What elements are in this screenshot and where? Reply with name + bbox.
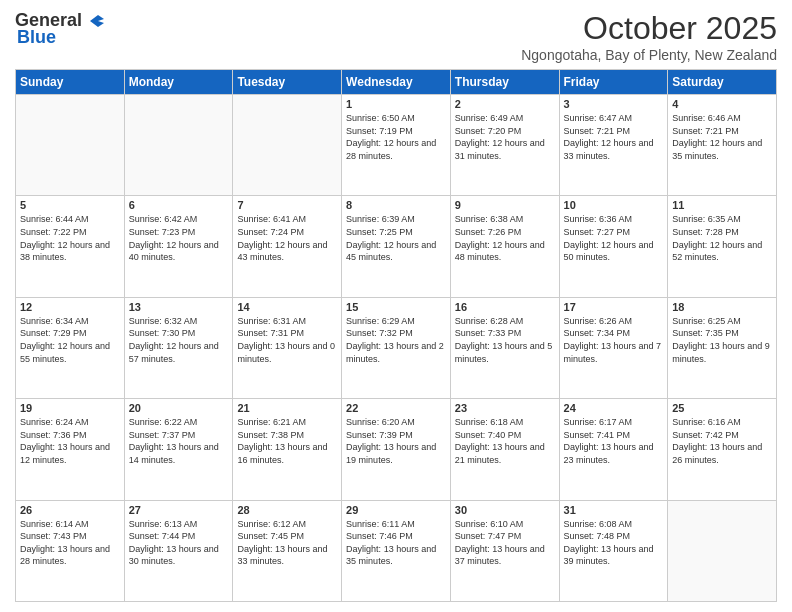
day-number: 26 xyxy=(20,504,120,516)
day-info: Sunrise: 6:38 AMSunset: 7:26 PMDaylight:… xyxy=(455,213,555,263)
day-info: Sunrise: 6:21 AMSunset: 7:38 PMDaylight:… xyxy=(237,416,337,466)
day-number: 12 xyxy=(20,301,120,313)
day-info: Sunrise: 6:47 AMSunset: 7:21 PMDaylight:… xyxy=(564,112,664,162)
day-info: Sunrise: 6:28 AMSunset: 7:33 PMDaylight:… xyxy=(455,315,555,365)
calendar-cell xyxy=(233,95,342,196)
logo-bird-icon xyxy=(84,13,106,29)
calendar-cell: 3Sunrise: 6:47 AMSunset: 7:21 PMDaylight… xyxy=(559,95,668,196)
calendar-cell: 20Sunrise: 6:22 AMSunset: 7:37 PMDayligh… xyxy=(124,399,233,500)
day-info: Sunrise: 6:32 AMSunset: 7:30 PMDaylight:… xyxy=(129,315,229,365)
day-info: Sunrise: 6:25 AMSunset: 7:35 PMDaylight:… xyxy=(672,315,772,365)
calendar-cell: 6Sunrise: 6:42 AMSunset: 7:23 PMDaylight… xyxy=(124,196,233,297)
header: General Blue October 2025 Ngongotaha, Ba… xyxy=(15,10,777,63)
calendar-cell: 10Sunrise: 6:36 AMSunset: 7:27 PMDayligh… xyxy=(559,196,668,297)
svg-marker-0 xyxy=(90,15,104,27)
calendar-cell: 11Sunrise: 6:35 AMSunset: 7:28 PMDayligh… xyxy=(668,196,777,297)
day-info: Sunrise: 6:20 AMSunset: 7:39 PMDaylight:… xyxy=(346,416,446,466)
calendar-cell: 24Sunrise: 6:17 AMSunset: 7:41 PMDayligh… xyxy=(559,399,668,500)
page: General Blue October 2025 Ngongotaha, Ba… xyxy=(0,0,792,612)
day-info: Sunrise: 6:46 AMSunset: 7:21 PMDaylight:… xyxy=(672,112,772,162)
calendar-week-row: 26Sunrise: 6:14 AMSunset: 7:43 PMDayligh… xyxy=(16,500,777,601)
day-info: Sunrise: 6:36 AMSunset: 7:27 PMDaylight:… xyxy=(564,213,664,263)
calendar-cell: 12Sunrise: 6:34 AMSunset: 7:29 PMDayligh… xyxy=(16,297,125,398)
day-info: Sunrise: 6:42 AMSunset: 7:23 PMDaylight:… xyxy=(129,213,229,263)
day-number: 17 xyxy=(564,301,664,313)
day-info: Sunrise: 6:22 AMSunset: 7:37 PMDaylight:… xyxy=(129,416,229,466)
day-number: 1 xyxy=(346,98,446,110)
calendar-cell: 28Sunrise: 6:12 AMSunset: 7:45 PMDayligh… xyxy=(233,500,342,601)
day-info: Sunrise: 6:10 AMSunset: 7:47 PMDaylight:… xyxy=(455,518,555,568)
col-header-monday: Monday xyxy=(124,70,233,95)
day-number: 23 xyxy=(455,402,555,414)
day-number: 25 xyxy=(672,402,772,414)
day-number: 18 xyxy=(672,301,772,313)
month-title: October 2025 xyxy=(521,10,777,47)
day-number: 30 xyxy=(455,504,555,516)
day-number: 28 xyxy=(237,504,337,516)
calendar-week-row: 1Sunrise: 6:50 AMSunset: 7:19 PMDaylight… xyxy=(16,95,777,196)
calendar-cell: 31Sunrise: 6:08 AMSunset: 7:48 PMDayligh… xyxy=(559,500,668,601)
day-number: 9 xyxy=(455,199,555,211)
day-info: Sunrise: 6:44 AMSunset: 7:22 PMDaylight:… xyxy=(20,213,120,263)
day-number: 29 xyxy=(346,504,446,516)
logo-blue-text: Blue xyxy=(17,27,56,48)
calendar-cell xyxy=(124,95,233,196)
calendar-header-row: SundayMondayTuesdayWednesdayThursdayFrid… xyxy=(16,70,777,95)
day-number: 14 xyxy=(237,301,337,313)
calendar-cell: 15Sunrise: 6:29 AMSunset: 7:32 PMDayligh… xyxy=(342,297,451,398)
col-header-saturday: Saturday xyxy=(668,70,777,95)
calendar-cell: 8Sunrise: 6:39 AMSunset: 7:25 PMDaylight… xyxy=(342,196,451,297)
calendar-cell: 9Sunrise: 6:38 AMSunset: 7:26 PMDaylight… xyxy=(450,196,559,297)
day-number: 16 xyxy=(455,301,555,313)
col-header-wednesday: Wednesday xyxy=(342,70,451,95)
calendar-cell: 23Sunrise: 6:18 AMSunset: 7:40 PMDayligh… xyxy=(450,399,559,500)
day-info: Sunrise: 6:39 AMSunset: 7:25 PMDaylight:… xyxy=(346,213,446,263)
calendar-cell: 29Sunrise: 6:11 AMSunset: 7:46 PMDayligh… xyxy=(342,500,451,601)
col-header-friday: Friday xyxy=(559,70,668,95)
day-number: 31 xyxy=(564,504,664,516)
col-header-sunday: Sunday xyxy=(16,70,125,95)
calendar-cell: 16Sunrise: 6:28 AMSunset: 7:33 PMDayligh… xyxy=(450,297,559,398)
day-info: Sunrise: 6:08 AMSunset: 7:48 PMDaylight:… xyxy=(564,518,664,568)
day-number: 27 xyxy=(129,504,229,516)
day-info: Sunrise: 6:17 AMSunset: 7:41 PMDaylight:… xyxy=(564,416,664,466)
day-info: Sunrise: 6:12 AMSunset: 7:45 PMDaylight:… xyxy=(237,518,337,568)
day-info: Sunrise: 6:29 AMSunset: 7:32 PMDaylight:… xyxy=(346,315,446,365)
day-number: 7 xyxy=(237,199,337,211)
day-info: Sunrise: 6:49 AMSunset: 7:20 PMDaylight:… xyxy=(455,112,555,162)
day-number: 15 xyxy=(346,301,446,313)
calendar-cell xyxy=(16,95,125,196)
day-info: Sunrise: 6:31 AMSunset: 7:31 PMDaylight:… xyxy=(237,315,337,365)
day-info: Sunrise: 6:34 AMSunset: 7:29 PMDaylight:… xyxy=(20,315,120,365)
day-info: Sunrise: 6:18 AMSunset: 7:40 PMDaylight:… xyxy=(455,416,555,466)
calendar-cell: 21Sunrise: 6:21 AMSunset: 7:38 PMDayligh… xyxy=(233,399,342,500)
day-number: 3 xyxy=(564,98,664,110)
calendar-cell: 14Sunrise: 6:31 AMSunset: 7:31 PMDayligh… xyxy=(233,297,342,398)
day-number: 21 xyxy=(237,402,337,414)
logo: General Blue xyxy=(15,10,106,48)
day-info: Sunrise: 6:35 AMSunset: 7:28 PMDaylight:… xyxy=(672,213,772,263)
day-number: 8 xyxy=(346,199,446,211)
day-number: 24 xyxy=(564,402,664,414)
calendar-cell: 5Sunrise: 6:44 AMSunset: 7:22 PMDaylight… xyxy=(16,196,125,297)
calendar-cell: 25Sunrise: 6:16 AMSunset: 7:42 PMDayligh… xyxy=(668,399,777,500)
day-info: Sunrise: 6:14 AMSunset: 7:43 PMDaylight:… xyxy=(20,518,120,568)
calendar-cell xyxy=(668,500,777,601)
calendar-cell: 17Sunrise: 6:26 AMSunset: 7:34 PMDayligh… xyxy=(559,297,668,398)
day-number: 20 xyxy=(129,402,229,414)
calendar-cell: 4Sunrise: 6:46 AMSunset: 7:21 PMDaylight… xyxy=(668,95,777,196)
calendar-cell: 7Sunrise: 6:41 AMSunset: 7:24 PMDaylight… xyxy=(233,196,342,297)
calendar-cell: 27Sunrise: 6:13 AMSunset: 7:44 PMDayligh… xyxy=(124,500,233,601)
day-number: 6 xyxy=(129,199,229,211)
calendar-cell: 1Sunrise: 6:50 AMSunset: 7:19 PMDaylight… xyxy=(342,95,451,196)
day-info: Sunrise: 6:13 AMSunset: 7:44 PMDaylight:… xyxy=(129,518,229,568)
calendar-week-row: 19Sunrise: 6:24 AMSunset: 7:36 PMDayligh… xyxy=(16,399,777,500)
day-info: Sunrise: 6:50 AMSunset: 7:19 PMDaylight:… xyxy=(346,112,446,162)
calendar-week-row: 5Sunrise: 6:44 AMSunset: 7:22 PMDaylight… xyxy=(16,196,777,297)
day-info: Sunrise: 6:41 AMSunset: 7:24 PMDaylight:… xyxy=(237,213,337,263)
day-number: 4 xyxy=(672,98,772,110)
col-header-tuesday: Tuesday xyxy=(233,70,342,95)
calendar-cell: 2Sunrise: 6:49 AMSunset: 7:20 PMDaylight… xyxy=(450,95,559,196)
day-info: Sunrise: 6:11 AMSunset: 7:46 PMDaylight:… xyxy=(346,518,446,568)
calendar-cell: 26Sunrise: 6:14 AMSunset: 7:43 PMDayligh… xyxy=(16,500,125,601)
